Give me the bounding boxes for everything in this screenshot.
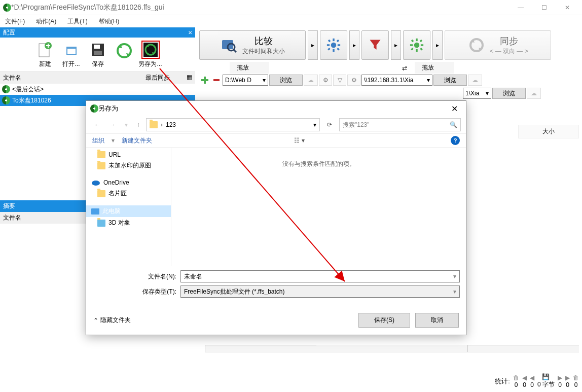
add-pair-button[interactable] <box>199 75 210 86</box>
sync-icon <box>2 96 10 104</box>
svg-rect-25 <box>410 44 413 46</box>
size-column-header[interactable]: 大小 <box>518 125 579 138</box>
settings-green-button[interactable] <box>403 30 430 60</box>
folder-tree: URL 未加水印的原图 OneDrive 名片匠 此电脑 3D 对象 <box>86 148 171 266</box>
menu-action[interactable]: 动作(A) <box>33 16 59 27</box>
path-left-input[interactable]: D:\Web D▾ <box>223 75 268 86</box>
dialog-close-button[interactable]: ✕ <box>447 104 462 114</box>
search-icon: 🔍 <box>450 121 457 128</box>
remove-pair-button[interactable] <box>211 75 222 86</box>
config-close-icon[interactable]: ✕ <box>188 30 192 35</box>
tree-node-thispc[interactable]: 此电脑 <box>86 205 171 217</box>
swap-icon[interactable]: ⇄ <box>396 64 413 72</box>
onedrive-icon <box>91 180 100 186</box>
list-item-label: <最后会话> <box>12 85 44 94</box>
minimize-button[interactable]: — <box>509 0 532 15</box>
cloud-left-icon[interactable]: ☁ <box>304 75 318 86</box>
filter-funnel-icon[interactable]: ▽ <box>333 75 346 86</box>
saveas-batch-button[interactable]: 另存为... <box>138 41 163 68</box>
save-as-dialog: 另存为 ✕ ← → ▾ ↑ › 123 ▾ ⟳ 搜索"123" 🔍 组织▾ 新建… <box>86 100 466 335</box>
compare-button[interactable]: 比较文件时间和大小 <box>199 30 306 60</box>
config-col-filename[interactable]: 文件名 <box>0 72 132 84</box>
drag-label-left: 拖放 <box>230 62 269 74</box>
svg-rect-27 <box>411 40 414 43</box>
save-dialog-button[interactable]: 保存(S) <box>358 313 410 328</box>
folder-icon <box>150 121 158 128</box>
filter-gear-icon[interactable]: ⚙ <box>319 75 332 86</box>
svg-rect-15 <box>333 49 335 52</box>
list-item[interactable]: <最后会话> <box>0 84 195 95</box>
settings-blue-dropdown[interactable]: ▸ <box>349 30 359 60</box>
svg-rect-28 <box>420 48 423 51</box>
menu-tools[interactable]: 工具(T) <box>64 16 90 27</box>
nav-up-button[interactable]: ↑ <box>134 120 143 129</box>
hide-folders-button[interactable]: ⌃隐藏文件夹 <box>93 316 131 325</box>
browse-left-button[interactable]: 浏览 <box>269 75 303 86</box>
tree-node-onedrive[interactable]: OneDrive <box>86 177 171 188</box>
sync-icon <box>2 85 10 93</box>
newfolder-button[interactable]: 新建文件夹 <box>122 136 152 145</box>
tree-node-3d[interactable]: 3D 对象 <box>86 217 171 229</box>
filetype-dropdown[interactable]: FreeFileSync批处理文件 (*.ffs_batch)▾ <box>180 286 460 298</box>
saveas-sync-button[interactable] <box>112 42 136 68</box>
app-icon <box>3 4 11 12</box>
refresh-button[interactable]: ⟳ <box>323 121 336 128</box>
settings-blue-button[interactable] <box>320 30 347 60</box>
dialog-title: 另存为 <box>98 104 447 113</box>
svg-rect-20 <box>337 40 340 43</box>
maximize-button[interactable]: ☐ <box>532 0 556 15</box>
filter-button[interactable] <box>361 30 389 60</box>
svg-rect-33 <box>201 79 208 81</box>
organize-button[interactable]: 组织 <box>92 136 104 145</box>
svg-point-22 <box>414 43 420 48</box>
filter-dropdown[interactable]: ▸ <box>391 30 401 60</box>
folder-icon <box>97 162 105 169</box>
drag-label-right: 拖放 <box>415 62 454 74</box>
svg-rect-30 <box>411 48 414 51</box>
nav-fwd-button[interactable]: → <box>106 120 119 129</box>
stats-icons: 🗑0 ◀0 ◀0 💾0 字节 ▶0 ▶0 🗑0 <box>513 373 579 389</box>
compare-dropdown[interactable]: ▸ <box>308 30 318 60</box>
view-button[interactable]: ☷ ▾ <box>294 137 304 144</box>
tree-node-nowater[interactable]: 未加水印的原图 <box>86 160 171 171</box>
nav-back-button[interactable]: ← <box>91 120 103 129</box>
menubar: 文件(F) 动作(A) 工具(T) 帮助(H) <box>0 15 582 27</box>
open-button[interactable]: 打开... <box>59 41 84 68</box>
cloud-right-icon[interactable]: ☁ <box>468 75 482 86</box>
filter-gear2-icon[interactable]: ⚙ <box>347 75 360 86</box>
bottom-scrollbar[interactable] <box>205 345 579 353</box>
menu-help[interactable]: 帮助(H) <box>96 16 123 27</box>
path-right-input[interactable]: \\192.168.31.1\Xia▾ <box>361 75 432 86</box>
config-col-icon[interactable]: ▦ <box>183 72 195 84</box>
cancel-dialog-button[interactable]: 取消 <box>415 313 459 328</box>
filename-input[interactable]: 未命名▾ <box>180 270 460 282</box>
tree-node-url[interactable]: URL <box>86 150 171 160</box>
tree-node-cardmaker[interactable]: 名片匠 <box>86 188 171 199</box>
svg-rect-21 <box>328 48 331 51</box>
svg-point-31 <box>470 39 483 51</box>
sync-button[interactable]: 同步< — 双向 — > <box>445 30 551 60</box>
path-right2-input[interactable]: 1\Xia▾ <box>463 88 491 99</box>
cloud-right2-icon[interactable]: ☁ <box>527 88 541 99</box>
menu-file[interactable]: 文件(F) <box>2 16 28 27</box>
svg-rect-17 <box>338 44 340 46</box>
svg-point-13 <box>331 43 337 48</box>
settings-green-dropdown[interactable]: ▸ <box>432 30 443 60</box>
config-col-lastsync[interactable]: 最后同步 <box>132 72 183 84</box>
breadcrumb[interactable]: › 123 ▾ <box>146 118 320 131</box>
close-button[interactable]: ✕ <box>556 0 579 15</box>
svg-rect-23 <box>416 39 418 41</box>
browse-right-button[interactable]: 浏览 <box>433 75 467 86</box>
search-input[interactable]: 搜索"123" 🔍 <box>339 118 461 131</box>
stats-label: 统计: <box>495 377 510 386</box>
nav-dd-icon[interactable]: ▾ <box>122 120 131 129</box>
browse-right2-button[interactable]: 浏览 <box>492 88 526 99</box>
svg-point-35 <box>92 181 100 186</box>
svg-rect-24 <box>416 49 418 52</box>
new-button[interactable]: 新建 <box>33 41 57 68</box>
svg-rect-34 <box>213 79 220 81</box>
help-icon[interactable]: ? <box>451 136 460 145</box>
save-button[interactable]: 保存 <box>86 41 110 68</box>
svg-rect-26 <box>421 44 423 46</box>
window-title: *D:\Program\FreeFileSync\To米盘181026.ffs_… <box>11 3 509 12</box>
